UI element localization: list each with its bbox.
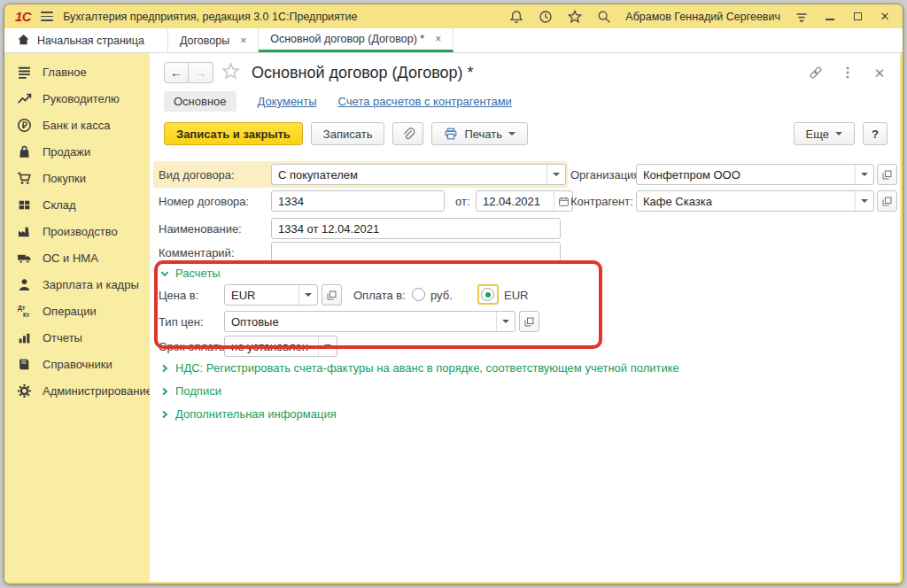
payment-eur-radio[interactable]: [481, 288, 494, 301]
back-button[interactable]: ←: [164, 62, 189, 83]
contract-number-input[interactable]: 1334: [271, 190, 445, 212]
help-button[interactable]: ?: [863, 122, 888, 145]
counterparty-input[interactable]: Кафе Сказка: [636, 190, 874, 212]
price-type-input[interactable]: Оптовые: [224, 311, 516, 332]
sidebar-item-os-i-nma[interactable]: ОС и НМА: [4, 244, 150, 271]
titlebar: 1С Бухгалтерия предприятия, редакция 3.0…: [4, 4, 903, 28]
lines-icon: [17, 65, 32, 80]
dropdown-button[interactable]: [855, 165, 873, 184]
favorites-star-icon[interactable]: [567, 9, 583, 25]
form-header: ← → Основной договор (Договор) * ✕: [150, 53, 900, 87]
section-nds-toggle[interactable]: НДС: Регистрировать счета-фактуры на ава…: [160, 361, 679, 375]
sidebar-item-rukovoditelyu[interactable]: Руководителю: [4, 85, 150, 112]
history-icon[interactable]: [538, 9, 554, 25]
dropdown-button[interactable]: [855, 191, 873, 211]
close-window-button[interactable]: ✕: [878, 10, 892, 23]
tab-osnovnoy-dogovor[interactable]: Основной договор (Договор) * ×: [259, 28, 454, 52]
sidebar-item-pokupki[interactable]: Покупки: [4, 165, 150, 191]
contract-type-label: Вид договора:: [159, 165, 235, 186]
chevron-right-icon: [160, 387, 169, 396]
book-icon: [17, 357, 32, 372]
contract-date-input[interactable]: 12.04.2021: [476, 190, 573, 212]
trend-arrow-icon: [17, 91, 32, 106]
price-in-label: Цена в:: [159, 285, 198, 306]
form-panel: ← → Основной договор (Договор) * ✕: [150, 53, 900, 582]
main-menu-icon[interactable]: [41, 12, 53, 20]
tab-home[interactable]: Начальная страница: [4, 28, 168, 52]
app-body: Главное Руководителю Банк и касса Продаж…: [4, 53, 903, 584]
search-icon[interactable]: [596, 9, 612, 25]
dropdown-button[interactable]: [298, 285, 317, 305]
notifications-bell-icon[interactable]: [508, 9, 524, 25]
contract-date-label: от:: [455, 191, 470, 213]
dropdown-button[interactable]: [318, 337, 337, 356]
section-raschety-toggle[interactable]: Расчеты: [160, 267, 221, 280]
dropdown-button[interactable]: [547, 165, 565, 184]
comment-input[interactable]: [271, 242, 561, 263]
sidebar-item-operacii[interactable]: ДтКт Операции: [4, 298, 150, 324]
attachments-button[interactable]: [392, 122, 423, 145]
payment-rub-label: руб.: [430, 285, 453, 306]
print-button[interactable]: Печать: [431, 122, 528, 145]
paperclip-icon: [400, 127, 415, 142]
tab-dogovory[interactable]: Договоры ×: [168, 28, 259, 52]
add-favorite-star-icon[interactable]: [221, 62, 240, 83]
get-link-icon[interactable]: [808, 65, 824, 81]
organization-input[interactable]: Конфетпром ООО: [636, 164, 874, 185]
sidebar: Главное Руководителю Банк и касса Продаж…: [4, 53, 150, 582]
payment-term-input[interactable]: не установлен: [224, 336, 337, 357]
sidebar-item-glavnoe[interactable]: Главное: [4, 58, 150, 85]
sidebar-item-sklad[interactable]: Склад: [4, 191, 150, 218]
sidebar-item-spravochniki[interactable]: Справочники: [4, 351, 150, 377]
dt-kt-icon: ДтКт: [17, 304, 32, 319]
save-button[interactable]: Записать: [311, 122, 385, 145]
price-in-open-button[interactable]: [322, 284, 342, 306]
dropdown-button[interactable]: [496, 312, 515, 331]
open-form-icon: [881, 196, 893, 207]
current-user[interactable]: Абрамов Геннадий Сергеевич: [625, 11, 780, 23]
sidebar-item-prodazhi[interactable]: Продажи: [4, 138, 150, 165]
form-title: Основной договор (Договор) *: [252, 64, 474, 82]
payment-rub-radio[interactable]: [412, 288, 425, 301]
sidebar-item-bank-i-kassa[interactable]: Банк и касса: [4, 112, 150, 138]
forward-button[interactable]: →: [189, 62, 213, 83]
counterparty-open-button[interactable]: [877, 190, 897, 212]
shopping-bag-icon: [17, 144, 32, 159]
tab-close-icon[interactable]: ×: [435, 33, 441, 45]
price-in-input[interactable]: EUR: [224, 284, 318, 306]
open-form-icon: [326, 290, 337, 301]
formtab-scheta-raschetov[interactable]: Счета расчетов с контрагентами: [338, 95, 512, 108]
bar-chart-icon: [17, 330, 32, 345]
sidebar-item-proizvodstvo[interactable]: Производство: [4, 218, 150, 244]
svg-text:Дт: Дт: [18, 305, 26, 312]
more-dots-icon[interactable]: [840, 65, 856, 81]
dropdown-caret-icon: [508, 132, 516, 135]
sidebar-item-administrirovanie[interactable]: Администрирование: [4, 377, 150, 404]
tab-close-icon[interactable]: ×: [240, 35, 246, 47]
minimize-button[interactable]: [823, 10, 837, 23]
sidebar-item-zarplata-i-kadry[interactable]: Зарплата и кадры: [4, 271, 150, 298]
chevron-right-icon: [160, 364, 169, 373]
calendar-button[interactable]: [554, 191, 572, 211]
form-toolbar: Записать и закрыть Записать Печать Еще ?: [150, 120, 900, 154]
save-and-close-button[interactable]: Записать и закрыть: [164, 122, 303, 145]
section-podpisi-toggle[interactable]: Подписи: [160, 384, 221, 398]
formtab-osnovnoe[interactable]: Основное: [164, 91, 236, 112]
truck-icon: [17, 251, 32, 266]
open-form-icon: [881, 169, 893, 181]
app-title: Бухгалтерия предприятия, редакция 3.0 1С…: [63, 11, 357, 23]
sidebar-item-otchety[interactable]: Отчеты: [4, 324, 150, 351]
close-form-icon[interactable]: ✕: [872, 65, 888, 81]
maximize-button[interactable]: [850, 10, 864, 23]
more-button[interactable]: Еще: [794, 122, 855, 145]
service-menu-icon[interactable]: [794, 9, 810, 25]
organization-open-button[interactable]: [877, 164, 897, 185]
home-icon: [17, 33, 30, 49]
section-dop-info-toggle[interactable]: Дополнительная информация: [160, 407, 337, 421]
chevron-right-icon: [160, 410, 169, 419]
price-type-open-button[interactable]: [519, 311, 539, 332]
contract-type-input[interactable]: С покупателем: [271, 164, 566, 185]
formtab-dokumenty[interactable]: Документы: [258, 95, 317, 108]
calendar-icon: [558, 196, 570, 207]
name-input[interactable]: 1334 от 12.04.2021: [271, 218, 561, 239]
